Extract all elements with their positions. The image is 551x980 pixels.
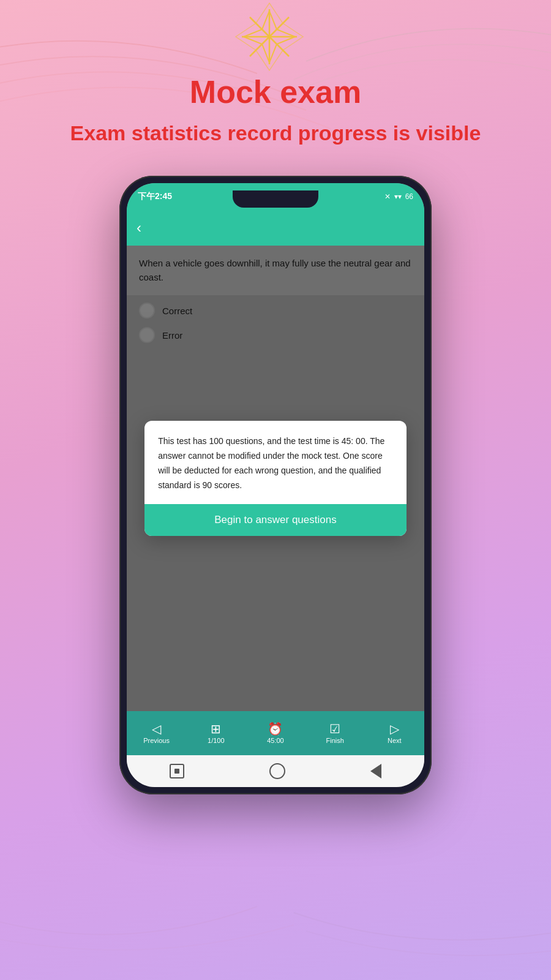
svg-marker-4 (244, 11, 295, 62)
grid-icon: ⊞ (211, 723, 221, 735)
nav-timer[interactable]: ⏰ 45:00 (257, 723, 294, 744)
battery-icon: ✕ (384, 192, 391, 201)
page-title: Mock exam (190, 74, 361, 110)
bottom-nav: ◁ Previous ⊞ 1/100 ⏰ 45:00 ☑ Finish ▷ Ne… (127, 711, 424, 755)
nav-previous[interactable]: ◁ Previous (138, 723, 175, 744)
page-subtitle: Exam statistics record progress is visib… (52, 121, 500, 145)
nav-next[interactable]: ▷ Next (376, 723, 413, 744)
nav-next-label: Next (388, 737, 402, 744)
nav-timer-label: 45:00 (267, 737, 284, 744)
home-bar (127, 755, 424, 787)
content-area: When a vehicle goes downhill, it may ful… (127, 246, 424, 711)
nav-previous-label: Previous (143, 737, 170, 744)
phone-screen: 下午2:45 ✕ ▾▾ 66 ‹ When a vehicle goes dow… (127, 183, 424, 787)
status-time: 下午2:45 (138, 191, 172, 202)
battery-level: 66 (405, 192, 413, 201)
square-button[interactable] (170, 764, 184, 778)
svg-marker-5 (236, 3, 303, 70)
nav-finish-label: Finish (326, 737, 343, 744)
nav-finish[interactable]: ☑ Finish (317, 723, 353, 744)
next-icon: ▷ (390, 723, 399, 735)
phone-notch (233, 190, 318, 208)
begin-button[interactable]: Begin to answer questions (144, 504, 407, 536)
svg-line-3 (250, 17, 289, 56)
header-bar: ‹ (127, 210, 424, 246)
phone-frame: 下午2:45 ✕ ▾▾ 66 ‹ When a vehicle goes dow… (119, 176, 432, 794)
nav-progress[interactable]: ⊞ 1/100 (198, 723, 234, 744)
clock-icon: ⏰ (268, 723, 283, 735)
home-button[interactable] (269, 763, 285, 779)
status-icons: ✕ ▾▾ 66 (384, 192, 413, 201)
finish-icon: ☑ (329, 723, 340, 735)
svg-line-2 (250, 17, 289, 56)
modal-text: This test has 100 questions, and the tes… (144, 421, 407, 503)
modal-box: This test has 100 questions, and the tes… (144, 421, 407, 535)
wifi-icon: ▾▾ (394, 192, 402, 201)
previous-icon: ◁ (152, 723, 161, 735)
back-gesture-button[interactable] (370, 764, 381, 778)
modal-overlay: This test has 100 questions, and the tes… (127, 246, 424, 711)
back-button[interactable]: ‹ (137, 219, 141, 236)
nav-progress-label: 1/100 (208, 737, 225, 744)
